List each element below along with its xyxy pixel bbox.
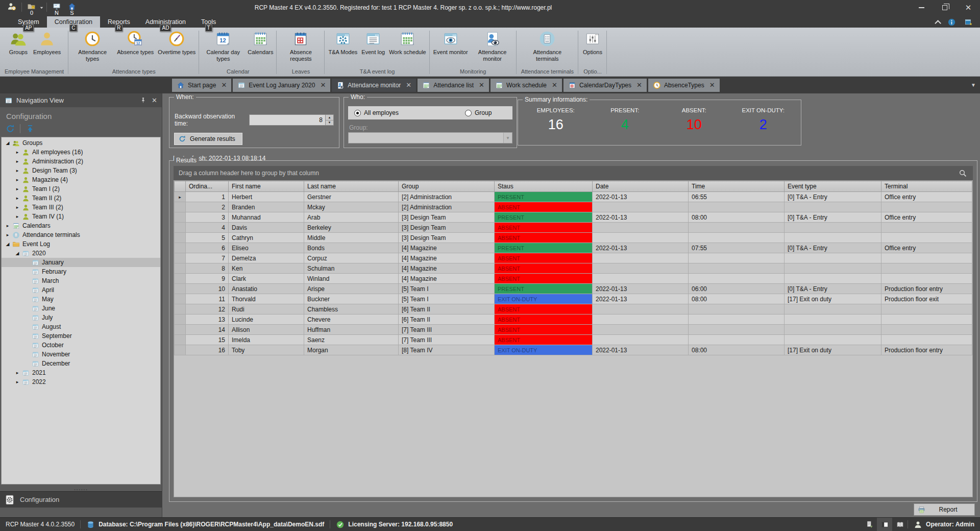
table-row[interactable]: 16TobyMorgan[8] Team IVEXIT ON-DUTY2022-…: [175, 345, 972, 355]
tree-expander-icon[interactable]: ▸: [14, 205, 20, 210]
refresh-icon[interactable]: [5, 124, 15, 134]
tree-item-team-iv-1[interactable]: ▸Team IV (1): [2, 212, 160, 221]
ribbon-tab-administration[interactable]: AdministrationAD: [138, 16, 193, 28]
report-button[interactable]: Report: [914, 503, 975, 516]
tree-item-event-log[interactable]: ◢Event Log: [2, 239, 160, 249]
tree-item-april[interactable]: April: [2, 285, 160, 295]
tree-expander-icon[interactable]: ▸: [14, 214, 20, 219]
generate-results-button[interactable]: Generate results: [174, 132, 243, 146]
tree-item-groups[interactable]: ◢Groups: [2, 138, 160, 148]
table-row[interactable]: 8KenSchulman[4] MagazineABSENT: [175, 263, 972, 274]
collapse-all-icon[interactable]: [25, 124, 35, 134]
tree-item-team-ii-2[interactable]: ▸Team II (2): [2, 194, 160, 203]
tree-item-2021[interactable]: ▸2021: [2, 368, 160, 377]
ribbon-button-calendar-day-types[interactable]: Calendar day types: [201, 29, 246, 62]
tab-close-icon[interactable]: ✕: [709, 81, 715, 89]
tree-item-magazine-4[interactable]: ▸Magazine (4): [2, 175, 160, 184]
minimize-button[interactable]: [910, 0, 933, 15]
collapse-ribbon-icon[interactable]: [935, 20, 941, 27]
table-row[interactable]: 11ThorvaldBuckner[5] Team IEXIT ON-DUTY2…: [175, 294, 972, 304]
tree-item-design-team-3[interactable]: ▸Design Team (3): [2, 166, 160, 175]
table-row[interactable]: ▸1HerbertGerstner[2] AdministractionPRES…: [175, 192, 972, 202]
tab-attendance-list[interactable]: Attendance list✕: [418, 79, 489, 92]
column-header-ordina[interactable]: Ordina...: [186, 181, 229, 192]
tree-item-november[interactable]: November: [2, 350, 160, 359]
column-header-terminal[interactable]: Terminal: [881, 181, 972, 192]
tree-expander-icon[interactable]: ▸: [14, 159, 20, 164]
spinner-up-icon[interactable]: ▲: [326, 115, 333, 120]
column-header-event-type[interactable]: Event type: [785, 181, 881, 192]
panel-toggle-icon[interactable]: [877, 518, 892, 531]
spinner-down-icon[interactable]: ▼: [326, 120, 333, 126]
table-row[interactable]: 15ImeldaSaenz[7] Team IIIABSENT: [175, 335, 972, 345]
tree-item-june[interactable]: June: [2, 304, 160, 313]
qat-dropdown-caret[interactable]: [39, 4, 44, 11]
ribbon-button-event-log[interactable]: Event log: [359, 29, 387, 56]
ribbon-button-attendance-types[interactable]: Attendance types: [70, 29, 115, 62]
panel-splitter[interactable]: ......: [0, 485, 162, 491]
tree-item-2022[interactable]: ▸2022: [2, 377, 160, 387]
tree-expander-icon[interactable]: ▸: [14, 168, 20, 173]
tree-item-2020[interactable]: ◢2020: [2, 249, 160, 258]
tree-item-february[interactable]: February: [2, 267, 160, 276]
ribbon-tab-tools[interactable]: ToolsT: [193, 16, 224, 28]
column-header-date[interactable]: Date: [593, 181, 689, 192]
table-row[interactable]: 13LucindeChevere[6] Team IIABSENT: [175, 315, 972, 325]
tree-item-july[interactable]: July: [2, 313, 160, 322]
ribbon-button-options[interactable]: Options: [580, 29, 605, 56]
tab-event-log-january-2020[interactable]: Event Log January 2020✕: [233, 79, 330, 92]
tab-close-icon[interactable]: ✕: [636, 81, 642, 89]
table-row[interactable]: 9ClarkWinland[4] MagazineABSENT: [175, 274, 972, 284]
ribbon-button-t-a-modes[interactable]: T&A Modes: [326, 29, 359, 56]
database-quick-button[interactable]: 0: [24, 1, 39, 16]
tree-item-all-employees-16[interactable]: ▸All employees (16): [2, 148, 160, 157]
ribbon-tab-configuration[interactable]: ConfigurationC: [47, 16, 100, 28]
book-view-icon[interactable]: [892, 518, 908, 531]
panel-close-icon[interactable]: ✕: [152, 96, 157, 104]
tree-expander-icon[interactable]: ▸: [5, 223, 11, 228]
tab-absencetypes[interactable]: AbsenceTypes✕: [648, 79, 720, 92]
tab-list-caret[interactable]: ▼: [971, 82, 976, 88]
column-header-first-name[interactable]: First name: [229, 181, 304, 192]
tree-item-october[interactable]: October: [2, 341, 160, 350]
tree-expander-icon[interactable]: ▸: [14, 186, 20, 191]
tab-close-icon[interactable]: ✕: [479, 81, 484, 89]
tree-expander-icon[interactable]: ◢: [14, 251, 20, 256]
group-select-dropdown[interactable]: ▼: [348, 132, 512, 143]
close-button[interactable]: ✕: [957, 0, 980, 15]
table-row[interactable]: 12RudiChambless[6] Team IIABSENT: [175, 304, 972, 315]
tree-expander-icon[interactable]: ▸: [14, 370, 20, 375]
ribbon-button-absence-requests[interactable]: Absence requests: [278, 29, 323, 62]
ribbon-tab-reports[interactable]: ReportsR: [100, 16, 138, 28]
tree-expander-icon[interactable]: ▸: [14, 196, 20, 201]
search-icon[interactable]: [958, 168, 968, 178]
table-row[interactable]: 14AllisonHuffman[7] Team IIIABSENT: [175, 325, 972, 335]
home-quick-button[interactable]: S: [64, 1, 80, 16]
radio-group[interactable]: Group: [465, 109, 492, 116]
ribbon-button-absence-types[interactable]: Absence types: [115, 29, 156, 56]
ribbon-button-calendars[interactable]: Calendars: [246, 29, 275, 56]
column-header-group[interactable]: Group: [399, 181, 495, 192]
tab-start-page[interactable]: Start page✕: [172, 79, 231, 92]
table-row[interactable]: 10AnastatioArispe[5] Team IPRESENT2022-0…: [175, 284, 972, 294]
tree-item-calendars[interactable]: ▸Calendars: [2, 221, 160, 230]
backward-observation-input[interactable]: [249, 114, 326, 126]
tree-item-administraction-2[interactable]: ▸Administraction (2): [2, 157, 160, 166]
report-tool-icon[interactable]: [862, 518, 877, 531]
tree-item-january[interactable]: January: [2, 258, 160, 267]
table-row[interactable]: 7DemelzaCorpuz[4] MagazineABSENT: [175, 253, 972, 263]
tab-close-icon[interactable]: ✕: [552, 81, 557, 89]
tree-item-attendance-terminals[interactable]: ▸Attendance terminals: [2, 230, 160, 239]
tab-calendardaytypes[interactable]: CalendarDayTypes✕: [564, 79, 647, 92]
tree-item-march[interactable]: March: [2, 276, 160, 285]
tree-expander-icon[interactable]: ▸: [5, 232, 11, 237]
table-row[interactable]: 6EliseoBonds[4] MagazinePRESENT2022-01-1…: [175, 243, 972, 253]
ribbon-button-groups[interactable]: Groups: [6, 29, 31, 56]
ribbon-button-event-monitor[interactable]: Event monitor: [431, 29, 470, 56]
ribbon-tab-system[interactable]: SystemAP: [10, 16, 47, 28]
ribbon-button-overtime-types[interactable]: Overtime types: [156, 29, 198, 56]
tree-expander-icon[interactable]: ◢: [5, 242, 11, 247]
tree-item-team-i-2[interactable]: ▸Team I (2): [2, 184, 160, 194]
monitor-quick-button[interactable]: N: [49, 1, 64, 16]
pin-icon[interactable]: [140, 97, 146, 104]
